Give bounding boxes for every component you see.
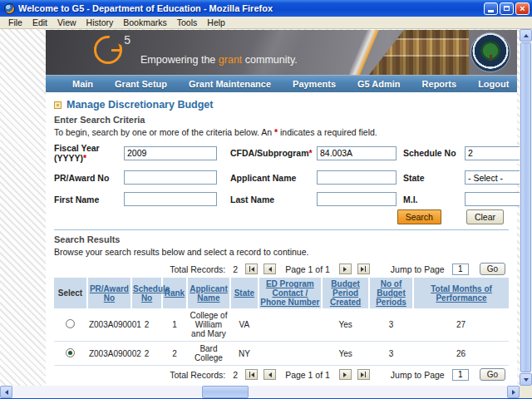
field-label: Schedule No [403,148,465,158]
next-page-button[interactable] [339,369,352,380]
horizontal-scrollbar[interactable] [0,386,532,398]
page-indicator: Page 1 of 1 [285,370,330,380]
firefox-icon [4,3,15,14]
vertical-scroll-thumb[interactable] [520,42,531,372]
column-header-link[interactable]: No of Budget Periods [376,279,406,307]
clear-button[interactable]: Clear [466,209,504,224]
field-input[interactable]: 84.003A [317,146,397,160]
go-button[interactable]: Go [480,263,505,275]
field-label: CFDA/Subprogram* [230,148,317,158]
cell-rank: 2 [162,342,187,366]
previous-page-button[interactable] [264,264,276,274]
nav-item[interactable]: Grant Maintenance [189,79,271,89]
cell-total-months: 26 [413,342,509,366]
vertical-scrollbar[interactable] [520,29,532,386]
cell-budget-created: Yes [322,308,369,342]
cell-pr-award: Z003A090001 [87,308,131,342]
field-input[interactable] [317,170,397,185]
cell-state: VA [230,308,258,342]
column-header-link[interactable]: Rank [165,288,185,298]
total-records-value: 2 [233,264,238,274]
menu-item[interactable]: File [3,17,27,27]
field-label: State [403,173,465,183]
jump-to-page-label: Jump to Page [391,264,445,274]
cell-ed-contact [259,342,323,366]
nav-item[interactable]: Reports [422,79,457,89]
first-page-button[interactable] [245,264,258,274]
horizontal-scroll-thumb[interactable] [202,386,249,398]
field-input[interactable]: 2 [465,146,520,160]
cell-total-months: 27 [413,308,509,342]
scrollbar-corner [520,386,532,398]
cell-num-periods: 3 [369,342,413,366]
column-header-link[interactable]: Applicant Name [190,284,228,303]
browser-window: Welcome to G5 - Department of Education … [0,0,532,399]
last-page-button[interactable] [357,264,370,274]
close-button[interactable]: × [515,2,530,15]
field-input[interactable] [465,192,520,206]
first-page-button[interactable] [245,369,258,380]
field-input[interactable] [124,170,217,185]
scroll-right-button[interactable] [507,386,520,398]
up-arrow-icon [524,34,529,37]
field-label: Applicant Name [230,173,317,183]
g5-logo-5: 5 [124,33,131,47]
menu-item[interactable]: Bookmarks [118,17,172,27]
column-header: Schedule No [131,278,162,308]
last-page-button[interactable] [357,369,370,380]
column-header: Applicant Name [187,278,231,308]
field-input[interactable] [124,192,217,206]
field-input[interactable] [317,192,397,206]
next-page-button[interactable] [339,264,352,274]
column-header: Rank [162,278,187,308]
department-of-education-seal [470,32,510,72]
column-header-link[interactable]: Budget Period Created [330,279,361,307]
page-title-bullet-icon [54,101,62,109]
nav-item[interactable]: Grant Setup [115,79,167,89]
column-header: State [230,278,258,308]
nav-item[interactable]: Payments [293,79,336,89]
scroll-left-button[interactable] [0,386,12,398]
search-button[interactable]: Search [397,209,441,224]
restore-button[interactable] [500,2,514,15]
menu-item[interactable]: History [81,17,119,27]
menu-item[interactable]: Help [202,17,230,27]
title-bar[interactable]: Welcome to G5 - Department of Education … [0,0,532,17]
previous-page-button[interactable] [264,369,276,380]
column-header-link[interactable]: ED Program Contact / Phone Number [260,279,319,307]
select-radio[interactable] [66,348,75,357]
menu-item[interactable]: Edit [27,17,52,27]
column-header-link[interactable]: Total Months of Performance [431,284,492,303]
minimize-button[interactable] [484,2,498,15]
field-label: M.I. [403,195,465,204]
column-header: ED Program Contact / Phone Number [259,278,323,308]
column-header-link[interactable]: State [234,288,254,298]
horizontal-scroll-track[interactable] [12,386,507,398]
page-title: Manage Discretionary Budget [66,99,213,111]
column-header: No of Budget Periods [369,278,413,308]
menu-item[interactable]: Tools [172,17,203,27]
banner: 5 Empowering the grant community. [46,30,517,75]
select-radio[interactable] [66,319,75,328]
column-header-link[interactable]: PR/Award No [90,284,129,303]
field-input[interactable]: - Select - [465,170,520,185]
jump-to-page-label: Jump to Page [391,370,445,380]
field-label: First Name [54,195,124,204]
jump-to-page-input[interactable] [452,264,469,275]
right-arrow-icon [512,390,515,395]
menu-item[interactable]: View [52,17,81,27]
tagline-accent: grant [219,54,243,66]
scroll-up-button[interactable] [520,29,532,42]
column-header: Total Months of Performance [413,278,509,308]
jump-to-page-input[interactable] [452,369,469,381]
nav-item[interactable]: Main [72,79,93,89]
total-records-label: Total Records: [170,264,225,274]
nav-item[interactable]: G5 Admin [357,79,401,89]
column-header-link[interactable]: Select [58,288,82,298]
g5-logo: 5 [94,36,122,64]
restore-icon [504,6,510,11]
field-input[interactable]: 2009 [124,146,217,160]
scroll-down-button[interactable] [520,373,532,386]
go-button[interactable]: Go [480,368,505,381]
nav-item[interactable]: Logout [478,79,509,89]
